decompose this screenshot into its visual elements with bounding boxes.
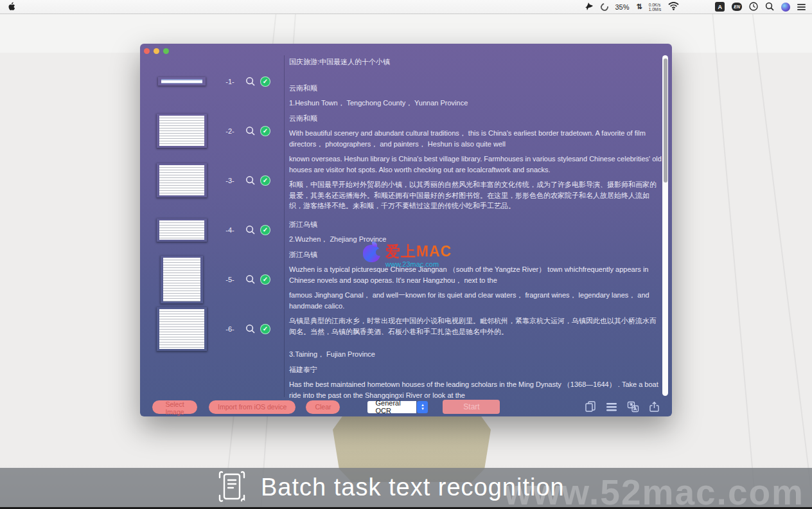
thumbnail-index-label: -1- bbox=[220, 78, 240, 85]
clear-button[interactable]: Clear bbox=[306, 400, 340, 414]
select-image-button[interactable]: Select Image bbox=[152, 400, 197, 414]
network-arrows-icon: ⇅ bbox=[637, 3, 642, 11]
notification-center-icon[interactable] bbox=[797, 4, 806, 10]
ocr-paragraph: 福建泰宁 bbox=[289, 364, 662, 375]
page-thumbnail[interactable] bbox=[157, 76, 206, 86]
caption-banner: Batch task text recognition www.52mac.co… bbox=[0, 468, 812, 507]
ocr-paragraph: 3.Taining， Fujian Province bbox=[289, 349, 662, 360]
ocr-paragraph: 浙江乌镇 bbox=[289, 249, 662, 260]
sidebar-divider bbox=[284, 55, 285, 397]
thumbnail-index-label: -4- bbox=[220, 226, 240, 234]
ocr-mode-value: General OCR bbox=[367, 401, 416, 413]
apple-logo-watermark-icon bbox=[363, 242, 380, 262]
magnifier-icon[interactable] bbox=[245, 126, 256, 136]
list-icon[interactable] bbox=[605, 400, 618, 413]
thumbnail-row: -5- ✓ bbox=[140, 254, 285, 304]
wifi-icon[interactable] bbox=[668, 2, 679, 12]
ocr-paragraph: famous Jinghang Canal， and well一known fo… bbox=[289, 290, 662, 311]
thumbnail-box[interactable] bbox=[156, 255, 207, 304]
input-method-icon[interactable]: EN bbox=[732, 3, 742, 11]
thumbnail-row: -1- ✓ bbox=[140, 57, 285, 106]
window-toolbar: Select Image Import from iOS device Clea… bbox=[140, 397, 672, 416]
thumbnail-index-label: -2- bbox=[220, 127, 240, 135]
done-check-icon: ✓ bbox=[260, 126, 270, 136]
share-icon[interactable] bbox=[648, 400, 660, 413]
scrollbar-thumb[interactable] bbox=[664, 58, 667, 183]
page-thumbnail[interactable] bbox=[156, 163, 207, 198]
ocr-paragraph: known overseas. Heshun library is China'… bbox=[289, 154, 662, 175]
battery-percent: 35% bbox=[615, 3, 630, 11]
battery-gauge-icon[interactable] bbox=[599, 1, 610, 12]
copy-icon[interactable] bbox=[584, 400, 597, 413]
page-thumbnail[interactable] bbox=[160, 255, 204, 304]
thumbnail-list: -1- ✓ -2- ✓ -3- ✓ -4- ✓ -5- ✓ bbox=[140, 57, 285, 353]
clock-icon[interactable] bbox=[749, 2, 758, 12]
watermark-title: 爱上MAC bbox=[385, 242, 452, 262]
done-check-icon: ✓ bbox=[260, 274, 270, 285]
bird-status-icon[interactable] bbox=[584, 2, 594, 12]
start-button[interactable]: Start bbox=[443, 400, 500, 414]
ocr-paragraph: 和顺，中国最早开始对外贸易的小镇，以其秀丽的自然风光和丰富的文化传统，成为了许多… bbox=[289, 179, 662, 211]
23mac-watermark: 爱上MAC www.23mac.com bbox=[363, 242, 452, 268]
magnifier-icon[interactable] bbox=[245, 274, 256, 285]
ocr-paragraph: Wuzhen is a typical picturesque Chinese … bbox=[289, 264, 662, 285]
watermark-url: www.23mac.com bbox=[385, 260, 452, 268]
spotlight-search-icon[interactable] bbox=[765, 2, 774, 12]
thumbnail-index-label: -6- bbox=[220, 325, 240, 333]
thumbnail-box[interactable] bbox=[156, 113, 207, 148]
thumbnail-box[interactable] bbox=[156, 307, 207, 352]
translate-icon[interactable] bbox=[626, 400, 639, 413]
thumbnail-index-label: -3- bbox=[220, 177, 240, 184]
ocr-mode-select[interactable]: General OCR ▲▼ bbox=[367, 401, 428, 413]
52mac-watermark: www.52mac.com bbox=[504, 472, 804, 509]
done-check-icon: ✓ bbox=[260, 324, 270, 334]
net-down: 1.0M/s bbox=[649, 7, 662, 12]
page-thumbnail[interactable] bbox=[156, 113, 207, 148]
magnifier-icon[interactable] bbox=[245, 76, 256, 87]
select-stepper-icon: ▲▼ bbox=[417, 401, 428, 413]
ocr-paragraph: 乌镇是典型的江南水乡，时常出现在中国的小说和电视剧里。毗邻杭州，紧靠京杭大运河，… bbox=[289, 316, 662, 337]
thumbnail-index-label: -5- bbox=[220, 276, 240, 283]
thumbnail-row: -3- ✓ bbox=[140, 156, 285, 205]
page-thumbnail[interactable] bbox=[156, 307, 207, 352]
thumbnail-box[interactable] bbox=[156, 163, 207, 198]
thumbnail-box[interactable] bbox=[156, 218, 207, 242]
ocr-paragraph: 云南和顺 bbox=[289, 113, 662, 124]
import-ios-button[interactable]: Import from iOS device bbox=[209, 400, 296, 414]
page-thumbnail[interactable] bbox=[156, 218, 207, 242]
network-speed[interactable]: 0.0K/s 1.0M/s bbox=[649, 3, 662, 12]
ocr-result-pane: 国庆旅游:中国最迷人的十个小镇云南和顺1.Heshun Town， Tengch… bbox=[289, 44, 662, 397]
ocr-paragraph: 浙江乌镇 bbox=[289, 219, 662, 230]
wall-seam bbox=[752, 14, 812, 509]
ocr-paragraph: 云南和顺 bbox=[289, 83, 662, 94]
thumbnail-row: -4- ✓ bbox=[140, 205, 285, 254]
apple-menu-icon[interactable] bbox=[8, 2, 16, 12]
ocr-paragraph: 2.Wuzhen， Zhejiang Province bbox=[289, 234, 662, 245]
ocr-app-window: -1- ✓ -2- ✓ -3- ✓ -4- ✓ -5- ✓ bbox=[140, 44, 672, 416]
wall-seam bbox=[712, 14, 756, 509]
ocr-paragraph: 国庆旅游:中国最迷人的十个小镇 bbox=[289, 57, 662, 67]
thumbnail-sidebar: -1- ✓ -2- ✓ -3- ✓ -4- ✓ -5- ✓ bbox=[140, 44, 285, 397]
result-action-icons bbox=[584, 400, 660, 413]
content-scrollbar[interactable] bbox=[662, 55, 668, 396]
input-source-icon[interactable]: A bbox=[715, 2, 725, 12]
scan-document-icon bbox=[217, 470, 247, 505]
done-check-icon: ✓ bbox=[260, 225, 270, 235]
magnifier-icon[interactable] bbox=[245, 324, 256, 334]
thumbnail-row: -6- ✓ bbox=[140, 304, 285, 353]
thumbnail-row: -2- ✓ bbox=[140, 106, 285, 156]
ocr-text: 国庆旅游:中国最迷人的十个小镇云南和顺1.Heshun Town， Tengch… bbox=[289, 57, 662, 400]
thumbnail-box[interactable] bbox=[156, 76, 207, 86]
done-check-icon: ✓ bbox=[260, 175, 270, 186]
done-check-icon: ✓ bbox=[260, 76, 270, 87]
net-up: 0.0K/s bbox=[649, 3, 662, 7]
siri-icon[interactable] bbox=[781, 3, 790, 12]
ocr-paragraph: 1.Heshun Town， Tengchong County， Yunnan … bbox=[289, 98, 662, 109]
magnifier-icon[interactable] bbox=[245, 175, 256, 186]
ocr-paragraph: With beautiful scenery and abundant cult… bbox=[289, 128, 662, 149]
menu-bar: 35% ⇅ 0.0K/s 1.0M/s A EN bbox=[0, 0, 812, 14]
magnifier-icon[interactable] bbox=[245, 225, 256, 235]
